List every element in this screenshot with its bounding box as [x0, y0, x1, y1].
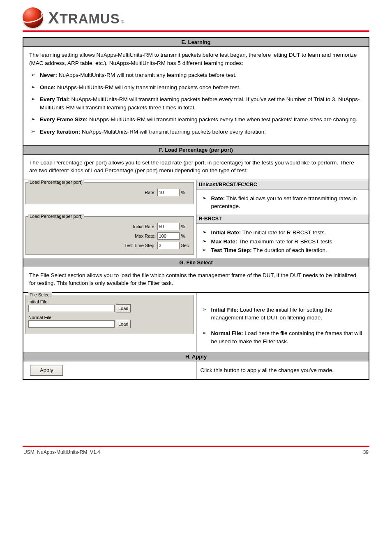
rate-label: Rate:: [145, 190, 155, 195]
load-desc-b-initial: Initial Rate: The initial rate for R-BRC…: [201, 229, 365, 237]
load-desc-a-list: Rate: This field allows you to set frame…: [201, 194, 365, 210]
file-panel-legend: File Select: [28, 292, 52, 298]
file-desc-initial: Initial File: Load here the initial file…: [201, 306, 365, 322]
initial-file-label: Initial File:: [28, 299, 191, 304]
load-desc-a-heading: Unicast/BRCST/FC/CRC: [196, 180, 369, 190]
section-learning-body: The learning setting allows NuApps-Multi…: [23, 47, 369, 146]
normal-file-label: Normal File:: [28, 315, 191, 320]
section-load-intro: The Load Percentage (per port) allows yo…: [23, 154, 369, 180]
apply-desc: Click this button to apply all the chang…: [196, 361, 369, 380]
load-desc-b-step: Test Time Step: The duration of each ite…: [201, 246, 365, 254]
rate-input[interactable]: [157, 189, 180, 196]
header-divider: [23, 30, 369, 32]
load-panel-a-legend: Load Percentage(per port): [28, 180, 84, 185]
doc-table: E. Learning The learning setting allows …: [23, 37, 369, 380]
brand-header: XXTRAMUSTRAMUS®: [23, 7, 369, 30]
learning-item-every-iteration: Every Iteration: NuApps-MultiUnits-RM wi…: [29, 128, 363, 136]
section-file-title: G. File Select: [23, 258, 369, 267]
test-time-step-label: Test Time Step:: [125, 243, 156, 248]
footer-left: USM_NuApps-MultiUnits-RM_V1.4: [23, 449, 100, 455]
footer-page-number: 39: [363, 449, 369, 455]
file-desc-normal: Normal File: Load here the file containi…: [201, 329, 365, 345]
learning-item-never: Never: NuApps-MultiUnits-RM will not tra…: [29, 71, 363, 79]
learning-intro: The learning setting allows NuApps-Multi…: [29, 51, 363, 67]
load-panel-a-cell: Load Percentage(per port) Rate: %: [23, 180, 196, 214]
section-file-intro: The File Select section allows you to lo…: [23, 267, 369, 292]
section-learning-title: E. Learning: [23, 37, 369, 47]
load-desc-b-cell: R-BRCST Initial Rate: The initial rate f…: [196, 214, 369, 258]
section-load-title: F. Load Percentage (per port): [23, 145, 369, 154]
file-desc-cell: Initial File: Load here the initial file…: [196, 292, 369, 352]
file-panel-cell: File Select Initial File: Load Normal Fi…: [23, 292, 196, 352]
load-desc-a-cell: Unicast/BRCST/FC/CRC Rate: This field al…: [196, 180, 369, 214]
learning-list: Never: NuApps-MultiUnits-RM will not tra…: [29, 71, 363, 136]
load-desc-a-rate: Rate: This field allows you to set frame…: [201, 194, 365, 210]
load-panel-b-legend: Load Percentage(per port): [28, 214, 84, 219]
initial-file-load-button[interactable]: Load: [116, 304, 131, 312]
initial-rate-label: Initial Rate:: [133, 224, 155, 229]
normal-file-input[interactable]: [28, 320, 115, 328]
apply-button[interactable]: Apply: [30, 365, 63, 376]
normal-file-load-button[interactable]: Load: [116, 320, 131, 328]
initial-rate-suffix: %: [181, 224, 190, 229]
load-desc-b-heading: R-BRCST: [196, 214, 369, 224]
brand-logo-icon: [23, 7, 43, 28]
learning-item-every-trial: Every Trial: NuApps-MultiUnits-RM will t…: [29, 95, 363, 111]
load-panel-b-cell: Load Percentage(per port) Initial Rate: …: [23, 214, 196, 258]
rate-suffix: %: [181, 190, 190, 195]
file-desc-list: Initial File: Load here the initial file…: [201, 306, 365, 345]
max-rate-suffix: %: [181, 234, 190, 238]
test-time-step-suffix: Sec: [181, 243, 190, 248]
page-footer: USM_NuApps-MultiUnits-RM_V1.4 39: [23, 447, 369, 455]
test-time-step-input[interactable]: [157, 242, 180, 249]
apply-button-cell: Apply: [23, 361, 196, 380]
load-desc-b-list: Initial Rate: The initial rate for R-BRC…: [201, 229, 365, 254]
load-desc-b-max: Max Rate: The maximum rate for R-BRCST t…: [201, 238, 365, 246]
learning-item-once: Once: NuApps-MultiUnits-RM will only tra…: [29, 83, 363, 92]
initial-rate-input[interactable]: [157, 223, 180, 230]
max-rate-label: Max Rate:: [135, 234, 155, 238]
brand-name: XXTRAMUSTRAMUS®: [48, 9, 125, 27]
section-apply-title: H. Apply: [23, 352, 369, 361]
initial-file-input[interactable]: [28, 305, 115, 312]
learning-item-every-frame-size: Every Frame Size: NuApps-MultiUnits-RM w…: [29, 116, 363, 124]
max-rate-input[interactable]: [157, 232, 180, 240]
